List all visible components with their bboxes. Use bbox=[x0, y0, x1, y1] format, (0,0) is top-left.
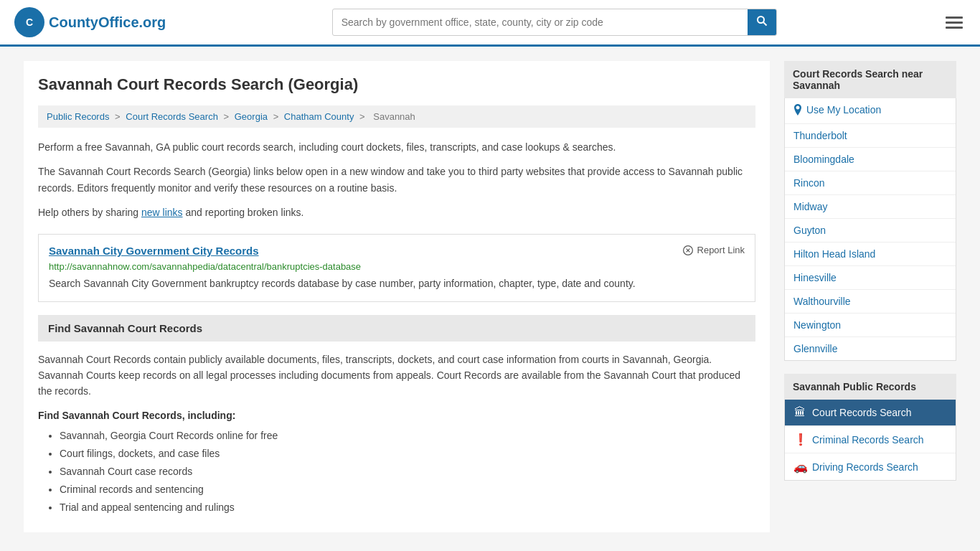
sidebar-location-glennville[interactable]: Glennville bbox=[785, 337, 956, 360]
pub-rec-court-records[interactable]: 🏛 Court Records Search bbox=[785, 400, 956, 426]
nearby-section-title: Court Records Search near Savannah bbox=[784, 61, 956, 98]
resource-url[interactable]: http://savannahnow.com/savannahpedia/dat… bbox=[49, 261, 745, 272]
logo-text: CountyOffice.org bbox=[49, 14, 166, 31]
bullet-item: Savannah Court case records bbox=[60, 464, 755, 479]
breadcrumb-savannah: Savannah bbox=[373, 111, 415, 122]
description-para2: The Savannah Court Records Search (Georg… bbox=[38, 164, 755, 196]
public-records-list: 🏛 Court Records Search ❗ Criminal Record… bbox=[784, 400, 956, 481]
report-link-button[interactable]: Report Link bbox=[682, 245, 745, 256]
driving-records-icon: 🚗 bbox=[793, 460, 806, 474]
new-links-link[interactable]: new links bbox=[141, 207, 183, 218]
breadcrumb-georgia[interactable]: Georgia bbox=[235, 111, 268, 122]
sidebar-location-hilton-head[interactable]: Hilton Head Island bbox=[785, 242, 956, 266]
breadcrumb-public-records[interactable]: Public Records bbox=[47, 111, 109, 122]
sidebar-location-bloomingdale[interactable]: Bloomingdale bbox=[785, 148, 956, 171]
sidebar-location-walthourville[interactable]: Walthourville bbox=[785, 290, 956, 314]
use-my-location-item[interactable]: Use My Location bbox=[785, 98, 956, 124]
resource-card: Savannah City Government City Records Re… bbox=[38, 234, 755, 302]
search-button[interactable] bbox=[748, 9, 776, 35]
breadcrumb-court-records[interactable]: Court Records Search bbox=[126, 111, 218, 122]
resource-title[interactable]: Savannah City Government City Records bbox=[49, 245, 259, 257]
find-section-header: Find Savannah Court Records bbox=[38, 315, 755, 342]
find-sub-header: Find Savannah Court Records, including: bbox=[38, 410, 755, 421]
bullet-item: Trial and appeal sentencing and rulings bbox=[60, 500, 755, 515]
svg-line-3 bbox=[763, 22, 767, 26]
content-area: Savannah Court Records Search (Georgia) … bbox=[24, 61, 770, 532]
search-wrapper bbox=[332, 9, 777, 36]
resource-desc: Search Savannah City Government bankrupt… bbox=[49, 276, 745, 291]
svg-point-2 bbox=[758, 17, 764, 23]
description-para1: Perform a free Savannah, GA public court… bbox=[38, 139, 755, 155]
pub-rec-criminal-records[interactable]: ❗ Criminal Records Search bbox=[785, 426, 956, 453]
bullet-item: Court filings, dockets, and case files bbox=[60, 446, 755, 461]
logo-area[interactable]: C CountyOffice.org bbox=[14, 7, 166, 37]
find-bullets-list: Savannah, Georgia Court Records online f… bbox=[38, 428, 755, 515]
bullet-item: Criminal records and sentencing bbox=[60, 482, 755, 497]
sidebar-location-hinesville[interactable]: Hinesville bbox=[785, 266, 956, 290]
sidebar: Court Records Search near Savannah Use M… bbox=[784, 61, 956, 532]
svg-text:C: C bbox=[26, 17, 33, 28]
bullet-item: Savannah, Georgia Court Records online f… bbox=[60, 428, 755, 443]
hamburger-menu-button[interactable] bbox=[943, 14, 966, 32]
resource-card-header: Savannah City Government City Records Re… bbox=[49, 245, 745, 257]
description-para3: Help others by sharing new links and rep… bbox=[38, 204, 755, 220]
main-container: Savannah Court Records Search (Georgia) … bbox=[9, 47, 971, 547]
sidebar-location-guyton[interactable]: Guyton bbox=[785, 219, 956, 242]
page-title: Savannah Court Records Search (Georgia) bbox=[38, 75, 755, 94]
breadcrumb-chatham[interactable]: Chatham County bbox=[284, 111, 354, 122]
sidebar-location-midway[interactable]: Midway bbox=[785, 195, 956, 219]
sidebar-location-thunderbolt[interactable]: Thunderbolt bbox=[785, 124, 956, 148]
breadcrumb: Public Records > Court Records Search > … bbox=[38, 105, 755, 128]
sidebar-location-rincon[interactable]: Rincon bbox=[785, 171, 956, 195]
find-section-body: Savannah Court Records contain publicly … bbox=[38, 352, 755, 400]
nearby-list: Use My Location Thunderbolt Bloomingdale… bbox=[784, 98, 956, 361]
court-records-icon: 🏛 bbox=[793, 406, 806, 419]
sidebar-location-newington[interactable]: Newington bbox=[785, 314, 956, 337]
criminal-records-icon: ❗ bbox=[793, 433, 806, 446]
search-area bbox=[332, 9, 777, 36]
pub-rec-driving-records[interactable]: 🚗 Driving Records Search bbox=[785, 453, 956, 480]
site-header: C CountyOffice.org bbox=[0, 0, 980, 47]
public-records-section-title: Savannah Public Records bbox=[784, 374, 956, 400]
logo-icon: C bbox=[14, 7, 44, 37]
search-input[interactable] bbox=[333, 11, 748, 34]
